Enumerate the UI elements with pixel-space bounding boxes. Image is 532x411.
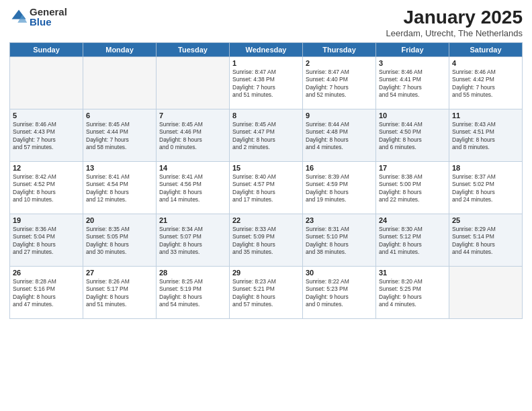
day-number: 21 (159, 216, 226, 224)
table-row: 12Sunrise: 8:42 AM Sunset: 4:52 PM Dayli… (10, 162, 83, 214)
day-info: Sunrise: 8:36 AM Sunset: 5:04 PM Dayligh… (13, 226, 80, 257)
day-number: 26 (13, 269, 80, 277)
calendar-week-2: 5Sunrise: 8:46 AM Sunset: 4:43 PM Daylig… (10, 109, 523, 162)
table-row (83, 57, 157, 109)
table-row: 18Sunrise: 8:37 AM Sunset: 5:02 PM Dayli… (449, 162, 523, 214)
day-info: Sunrise: 8:30 AM Sunset: 5:12 PM Dayligh… (379, 226, 446, 257)
calendar-week-3: 12Sunrise: 8:42 AM Sunset: 4:52 PM Dayli… (10, 162, 523, 214)
table-row (449, 267, 523, 319)
day-info: Sunrise: 8:37 AM Sunset: 5:02 PM Dayligh… (452, 173, 519, 204)
day-info: Sunrise: 8:35 AM Sunset: 5:05 PM Dayligh… (86, 226, 153, 257)
day-info: Sunrise: 8:47 AM Sunset: 4:40 PM Dayligh… (306, 68, 373, 99)
day-info: Sunrise: 8:46 AM Sunset: 4:42 PM Dayligh… (452, 68, 519, 99)
table-row: 21Sunrise: 8:34 AM Sunset: 5:07 PM Dayli… (157, 214, 230, 267)
day-number: 8 (232, 111, 300, 120)
day-number: 23 (306, 216, 373, 224)
day-number: 24 (379, 216, 446, 224)
table-row: 15Sunrise: 8:40 AM Sunset: 4:57 PM Dayli… (230, 162, 303, 214)
day-number: 15 (232, 164, 300, 172)
table-row: 27Sunrise: 8:26 AM Sunset: 5:17 PM Dayli… (83, 267, 157, 319)
header-wednesday: Wednesday (230, 43, 303, 57)
day-info: Sunrise: 8:45 AM Sunset: 4:46 PM Dayligh… (159, 121, 226, 152)
table-row: 26Sunrise: 8:28 AM Sunset: 5:16 PM Dayli… (10, 267, 83, 319)
table-row: 20Sunrise: 8:35 AM Sunset: 5:05 PM Dayli… (83, 214, 157, 267)
day-number: 27 (86, 269, 153, 277)
header-monday: Monday (83, 43, 157, 57)
day-number: 16 (306, 164, 373, 172)
table-row: 1Sunrise: 8:47 AM Sunset: 4:38 PM Daylig… (230, 57, 303, 109)
table-row: 29Sunrise: 8:23 AM Sunset: 5:21 PM Dayli… (230, 267, 303, 319)
logo-blue: Blue (30, 17, 67, 27)
table-row: 5Sunrise: 8:46 AM Sunset: 4:43 PM Daylig… (10, 109, 83, 162)
day-number: 11 (452, 111, 519, 120)
day-info: Sunrise: 8:25 AM Sunset: 5:19 PM Dayligh… (159, 278, 226, 309)
day-info: Sunrise: 8:29 AM Sunset: 5:14 PM Dayligh… (452, 226, 519, 257)
header-thursday: Thursday (303, 43, 376, 57)
day-number: 13 (86, 164, 153, 172)
table-row: 4Sunrise: 8:46 AM Sunset: 4:42 PM Daylig… (449, 57, 523, 109)
day-info: Sunrise: 8:20 AM Sunset: 5:25 PM Dayligh… (379, 278, 446, 309)
calendar-header-row: Sunday Monday Tuesday Wednesday Thursday… (10, 43, 523, 57)
title-month: January 2025 (386, 7, 523, 28)
day-info: Sunrise: 8:26 AM Sunset: 5:17 PM Dayligh… (86, 278, 153, 309)
day-info: Sunrise: 8:44 AM Sunset: 4:48 PM Dayligh… (306, 121, 373, 152)
table-row: 22Sunrise: 8:33 AM Sunset: 5:09 PM Dayli… (230, 214, 303, 267)
day-number: 9 (306, 111, 373, 120)
table-row: 23Sunrise: 8:31 AM Sunset: 5:10 PM Dayli… (303, 214, 376, 267)
day-info: Sunrise: 8:40 AM Sunset: 4:57 PM Dayligh… (232, 173, 300, 204)
table-row: 10Sunrise: 8:44 AM Sunset: 4:50 PM Dayli… (376, 109, 449, 162)
day-info: Sunrise: 8:28 AM Sunset: 5:16 PM Dayligh… (13, 278, 80, 309)
day-number: 18 (452, 164, 519, 172)
table-row: 24Sunrise: 8:30 AM Sunset: 5:12 PM Dayli… (376, 214, 449, 267)
header-saturday: Saturday (449, 43, 523, 57)
header-sunday: Sunday (10, 43, 83, 57)
header: General Blue January 2025 Leerdam, Utrec… (9, 7, 523, 38)
day-info: Sunrise: 8:31 AM Sunset: 5:10 PM Dayligh… (306, 226, 373, 257)
calendar-week-5: 26Sunrise: 8:28 AM Sunset: 5:16 PM Dayli… (10, 267, 523, 319)
day-number: 30 (306, 269, 373, 277)
day-number: 5 (13, 111, 80, 120)
day-info: Sunrise: 8:39 AM Sunset: 4:59 PM Dayligh… (306, 173, 373, 204)
table-row: 13Sunrise: 8:41 AM Sunset: 4:54 PM Dayli… (83, 162, 157, 214)
day-number: 19 (13, 216, 80, 224)
day-info: Sunrise: 8:44 AM Sunset: 4:50 PM Dayligh… (379, 121, 446, 152)
day-number: 14 (159, 164, 226, 172)
day-info: Sunrise: 8:22 AM Sunset: 5:23 PM Dayligh… (306, 278, 373, 309)
calendar-week-4: 19Sunrise: 8:36 AM Sunset: 5:04 PM Dayli… (10, 214, 523, 267)
day-number: 4 (452, 59, 519, 67)
day-info: Sunrise: 8:41 AM Sunset: 4:54 PM Dayligh… (86, 173, 153, 204)
table-row: 8Sunrise: 8:45 AM Sunset: 4:47 PM Daylig… (230, 109, 303, 162)
day-info: Sunrise: 8:46 AM Sunset: 4:41 PM Dayligh… (379, 68, 446, 99)
table-row: 7Sunrise: 8:45 AM Sunset: 4:46 PM Daylig… (157, 109, 230, 162)
day-info: Sunrise: 8:45 AM Sunset: 4:47 PM Dayligh… (232, 121, 300, 152)
calendar-week-1: 1Sunrise: 8:47 AM Sunset: 4:38 PM Daylig… (10, 57, 523, 109)
day-info: Sunrise: 8:38 AM Sunset: 5:00 PM Dayligh… (379, 173, 446, 204)
table-row: 9Sunrise: 8:44 AM Sunset: 4:48 PM Daylig… (303, 109, 376, 162)
title-block: January 2025 Leerdam, Utrecht, The Nethe… (386, 7, 523, 38)
day-info: Sunrise: 8:46 AM Sunset: 4:43 PM Dayligh… (13, 121, 80, 152)
day-number: 17 (379, 164, 446, 172)
title-location: Leerdam, Utrecht, The Netherlands (386, 28, 523, 38)
table-row: 28Sunrise: 8:25 AM Sunset: 5:19 PM Dayli… (157, 267, 230, 319)
day-number: 1 (232, 59, 300, 67)
day-info: Sunrise: 8:41 AM Sunset: 4:56 PM Dayligh… (159, 173, 226, 204)
table-row: 14Sunrise: 8:41 AM Sunset: 4:56 PM Dayli… (157, 162, 230, 214)
header-friday: Friday (376, 43, 449, 57)
table-row: 31Sunrise: 8:20 AM Sunset: 5:25 PM Dayli… (376, 267, 449, 319)
calendar: Sunday Monday Tuesday Wednesday Thursday… (9, 42, 523, 319)
day-info: Sunrise: 8:23 AM Sunset: 5:21 PM Dayligh… (232, 278, 300, 309)
day-number: 2 (306, 59, 373, 67)
day-info: Sunrise: 8:42 AM Sunset: 4:52 PM Dayligh… (13, 173, 80, 204)
day-number: 12 (13, 164, 80, 172)
table-row (10, 57, 83, 109)
table-row: 25Sunrise: 8:29 AM Sunset: 5:14 PM Dayli… (449, 214, 523, 267)
table-row: 30Sunrise: 8:22 AM Sunset: 5:23 PM Dayli… (303, 267, 376, 319)
table-row: 2Sunrise: 8:47 AM Sunset: 4:40 PM Daylig… (303, 57, 376, 109)
logo-general: General (30, 7, 67, 17)
day-number: 28 (159, 269, 226, 277)
page: General Blue January 2025 Leerdam, Utrec… (0, 0, 532, 411)
logo-icon (9, 7, 28, 26)
day-number: 10 (379, 111, 446, 120)
header-tuesday: Tuesday (157, 43, 230, 57)
table-row: 16Sunrise: 8:39 AM Sunset: 4:59 PM Dayli… (303, 162, 376, 214)
